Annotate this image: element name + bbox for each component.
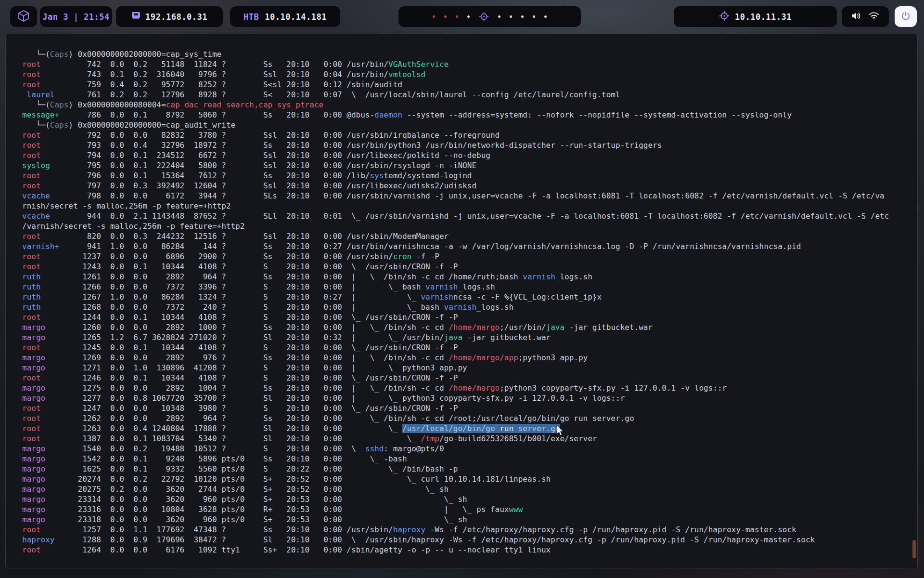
terminal-line: root 1264 0.0 0.0 6176 1092 tty1 Ss+ 20:… — [22, 545, 915, 555]
terminal-line: root 1243 0.0 0.1 10344 4108 ? S 20:10 0… — [22, 262, 915, 272]
terminal-line: margo 23316 0.0 0.0 10804 3628 pts/0 R+ … — [22, 504, 915, 514]
power-button[interactable] — [895, 6, 917, 27]
ethernet-icon — [131, 12, 141, 22]
terminal-line: └─(Caps) 0x0000000000080004=cap_dac_read… — [22, 100, 915, 110]
terminal-window[interactable]: └─(Caps) 0x0000000002000000=cap_sys_time… — [5, 34, 918, 568]
terminal-line: root 1244 0.0 0.1 10344 4108 ? S 20:10 0… — [22, 312, 915, 322]
terminal-line: message+ 786 0.0 0.1 8792 5060 ? Ss 20:1… — [22, 110, 915, 120]
terminal-line: root 793 0.0 0.4 32796 18972 ? Ss 20:10 … — [22, 140, 915, 150]
terminal-line: _laurel 761 0.2 0.2 12796 8928 ? S< 20:1… — [22, 90, 915, 100]
workspace-dot[interactable] — [498, 15, 500, 18]
target-icon — [719, 11, 730, 23]
desktop: { "topbar": { "date": "Jan 3 ∣ 21:54", "… — [0, 0, 924, 578]
scrollbar-thumb[interactable] — [912, 540, 916, 558]
terminal-line: ruth 1267 1.0 0.0 86284 1324 ? S 20:10 0… — [22, 292, 915, 302]
workspace-dot[interactable] — [510, 15, 512, 18]
terminal-line: margo 23314 0.0 0.0 3620 960 pts/0 S+ 20… — [22, 494, 915, 504]
terminal-line: syslog 795 0.0 0.1 222404 5800 ? Ssl 20:… — [22, 160, 915, 171]
terminal-line: margo 1540 0.0 0.2 19488 10512 ? S 20:10… — [22, 444, 915, 454]
terminal-line: varnish+ 941 1.0 0.0 86284 144 ? Ss 20:1… — [22, 241, 915, 251]
vpn-ip-widget[interactable]: HTB 10.10.14.181 — [230, 6, 340, 27]
terminal-line: root 1257 0.0 1.1 177692 47348 ? Ss 20:1… — [22, 525, 915, 535]
terminal-line: margo 1269 0.0 0.0 2892 976 ? Ss 20:10 0… — [22, 353, 915, 363]
terminal-line: vcache 798 0.0 0.0 6172 3944 ? SLs 20:10… — [22, 191, 915, 201]
terminal-line: root 1263 0.0 0.4 1240804 17888 ? Sl 20:… — [22, 423, 915, 434]
terminal-line: root 820 0.0 0.3 244232 12516 ? Ssl 20:1… — [22, 231, 915, 241]
terminal-line: └─(Caps) 0x0000000002000000=cap_sys_time — [22, 49, 915, 59]
terminal-line: /varnish/secret -s malloc,256m -p featur… — [22, 221, 915, 231]
mouse-cursor — [556, 425, 565, 436]
launcher-button[interactable] — [10, 6, 37, 27]
terminal-line: ruth 1261 0.0 0.0 2892 964 ? Ss 20:10 0:… — [22, 272, 915, 282]
terminal-line: margo 20275 0.2 0.0 3620 2744 pts/0 S+ 2… — [22, 484, 915, 494]
terminal-line: root 1262 0.0 0.0 2892 964 ? Ss 20:10 0:… — [22, 413, 915, 423]
vpn-label: HTB — [244, 12, 259, 22]
workspace-dot[interactable] — [467, 15, 470, 18]
terminal-line: root 792 0.0 0.0 82832 3780 ? Ssl 20:10 … — [22, 130, 915, 140]
terminal-line: haproxy 1288 0.0 0.9 179696 38472 ? Sl 2… — [22, 535, 915, 545]
terminal-line: margo 1275 0.0 0.0 2892 1004 ? Ss 20:10 … — [22, 383, 915, 393]
workspace-dot[interactable] — [544, 15, 547, 18]
target-ip-widget[interactable]: 10.10.11.31 — [674, 6, 837, 27]
status-tray[interactable] — [842, 6, 889, 27]
current-workspace-target-icon[interactable] — [479, 12, 489, 22]
lan-ip-label: 192.168.0.31 — [145, 12, 207, 22]
terminal-line: rnish/secret -s malloc,256m -p feature=+… — [22, 201, 915, 211]
workspace-dot[interactable] — [521, 15, 524, 18]
lan-ip-widget[interactable]: 192.168.0.31 — [116, 6, 223, 27]
terminal-line: margo 1625 0.0 0.1 9332 5560 pts/0 S 20:… — [22, 464, 915, 474]
target-ip-label: 10.10.11.31 — [735, 12, 792, 22]
terminal-line: margo 20274 0.0 0.2 22792 10120 pts/0 S+… — [22, 474, 915, 484]
terminal-line: vcache 944 0.0 2.1 1143448 87652 ? SLl 2… — [22, 211, 915, 221]
terminal-line: margo 1265 1.2 6.7 3628824 271020 ? Sl 2… — [22, 332, 915, 342]
terminal-line: ruth 1266 0.0 0.0 7372 3396 ? S 20:10 0:… — [22, 282, 915, 292]
terminal-line: root 743 0.1 0.2 316040 9796 ? Ssl 20:10… — [22, 69, 915, 79]
terminal-line: root 1387 0.0 0.1 1083704 5340 ? Sl 20:1… — [22, 434, 915, 444]
terminal-line: root 742 0.0 0.2 51148 11824 ? Ss 20:10 … — [22, 59, 915, 69]
terminal-line: root 796 0.0 0.1 15364 7612 ? Ss 20:10 0… — [22, 171, 915, 181]
terminal-line: root 1237 0.0 0.0 6896 2900 ? Ss 20:10 0… — [22, 251, 915, 262]
wifi-icon — [869, 12, 879, 22]
terminal-line: root 759 0.4 0.2 95772 8252 ? S<sl 20:10… — [22, 79, 915, 90]
clock-widget[interactable]: Jan 3 ∣ 21:54 — [40, 6, 112, 27]
workspace-dot[interactable] — [433, 15, 435, 18]
terminal-line: root 797 0.0 0.3 392492 12604 ? Ssl 20:1… — [22, 181, 915, 191]
terminal-line: root 1246 0.0 0.1 10344 4108 ? S 20:10 0… — [22, 373, 915, 383]
terminal-line: margo 1277 0.0 0.8 1067720 35700 ? Sl 20… — [22, 393, 915, 403]
date-time-label: Jan 3 ∣ 21:54 — [42, 12, 110, 22]
workspace-dots — [433, 12, 547, 22]
speaker-icon — [851, 12, 861, 22]
terminal-line: root 794 0.0 0.1 234512 6672 ? Ssl 20:10… — [22, 150, 915, 160]
terminal-line: margo 1542 0.0 0.1 9248 5896 pts/0 Ss 20… — [22, 454, 915, 464]
terminal-line: margo 23318 0.0 0.0 3620 960 pts/0 S+ 20… — [22, 514, 915, 525]
terminal-line: ruth 1268 0.0 0.0 7372 240 ? S 20:10 0:0… — [22, 302, 915, 312]
vpn-ip-label: 10.10.14.181 — [265, 12, 327, 22]
workspace-dot[interactable] — [456, 15, 458, 18]
terminal-line: root 1245 0.0 0.1 10344 4108 ? S 20:10 0… — [22, 342, 915, 353]
terminal-line: root 1247 0.0 0.0 10348 3980 ? S 20:10 0… — [22, 403, 915, 413]
workspace-switcher[interactable] — [398, 6, 581, 27]
terminal-line: margo 1271 0.0 1.0 130896 41208 ? S 20:1… — [22, 363, 915, 373]
cube-logo-icon — [18, 10, 29, 24]
workspace-dot[interactable] — [533, 15, 535, 18]
process-list: └─(Caps) 0x0000000002000000=cap_sys_time… — [22, 49, 915, 566]
workspace-dot[interactable] — [444, 15, 447, 18]
power-icon — [901, 11, 911, 23]
terminal-line: └─(Caps) 0x0000000020000000=cap_audit_wr… — [22, 120, 915, 130]
terminal-line: margo 1260 0.0 0.0 2892 1000 ? Ss 20:10 … — [22, 322, 915, 332]
